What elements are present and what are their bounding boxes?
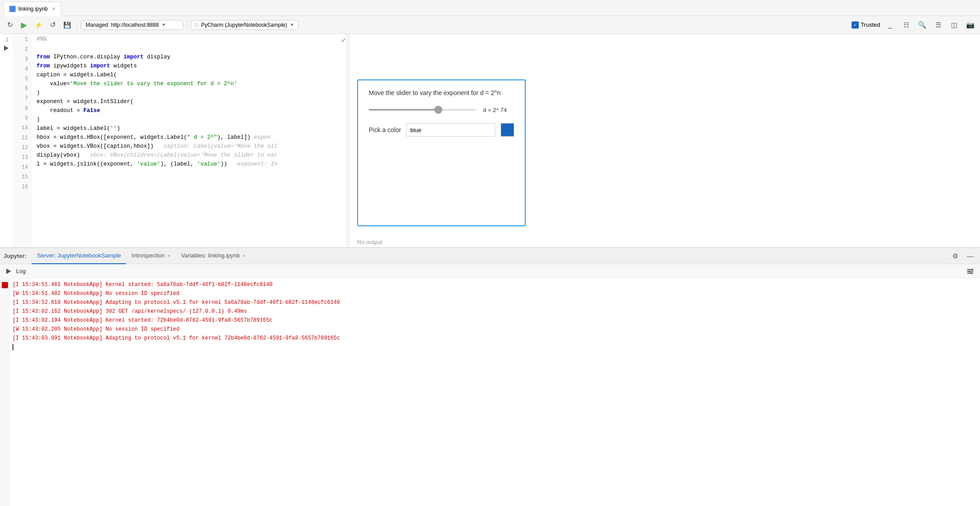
log-settings-button[interactable]	[964, 265, 976, 278]
code-line-13: vbox = widgets.VBox([caption,hbox]) capt…	[37, 142, 350, 151]
code-line-9: readout = False	[37, 106, 350, 115]
kernel-name-label: PyCharm (JupyterNotebookSample)	[201, 22, 287, 28]
code-line-11: label = widgets.Label('')	[37, 124, 350, 133]
kernel-selector[interactable]: PyCharm (JupyterNotebookSample) ▼	[191, 20, 298, 30]
line-numbers: 1 2 3 4 5 6 7 8 9 10 11 12 13 14 15 16	[12, 34, 31, 253]
slider-fill	[369, 109, 438, 111]
cell-run-button[interactable]	[4, 46, 8, 51]
editor-scrollbar[interactable]	[346, 34, 350, 253]
code-line-14: display(vbox) vbox: VBox(children=(Label…	[37, 151, 350, 160]
play-icon	[5, 268, 12, 274]
kernel-status-dot	[195, 23, 198, 27]
widget-caption: Move the slider to vary the exponent for…	[369, 89, 514, 96]
svg-rect-5	[969, 270, 970, 272]
log-cursor-line	[12, 343, 975, 352]
svg-rect-6	[971, 272, 972, 274]
log-line-3: [I 15:34:52.610 NotebookApp] Adapting to…	[12, 298, 975, 307]
restart-button[interactable]: ↻	[4, 19, 16, 31]
bottom-settings-button[interactable]: ⚙	[949, 250, 961, 262]
code-line-15: l = widgets.jslink((exponent, 'value'), …	[37, 160, 350, 169]
code-line-5: caption = widgets.Label(	[37, 71, 350, 79]
split-button[interactable]: ◫	[948, 19, 960, 31]
bottom-tabs: Jupyter: Server: JupyterNotebookSample I…	[0, 248, 980, 264]
interrupt-button[interactable]: ⚡	[32, 19, 45, 31]
line-num-7: 7	[12, 94, 28, 104]
slider-row: d = 2^ 74	[369, 105, 514, 114]
line-num-5: 5	[12, 74, 28, 84]
slider-thumb[interactable]	[434, 106, 442, 114]
color-swatch[interactable]	[501, 123, 514, 137]
structure-button[interactable]: ☷	[900, 19, 912, 31]
managed-server-label: Managed: http://localhost:8888	[86, 22, 159, 28]
tab-label: linking.ipynb	[18, 6, 48, 12]
tab-bar: linking.ipynb ×	[0, 0, 980, 16]
image-button[interactable]: 📷	[964, 19, 976, 31]
svg-rect-4	[972, 269, 973, 270]
color-row: Pick a color	[369, 123, 514, 137]
kernel-dropdown-arrow: ▼	[290, 22, 294, 27]
slider-container[interactable]	[369, 105, 476, 114]
line-num-8: 8	[12, 104, 28, 113]
log-content[interactable]: [I 15:34:51.461 NotebookApp] Kernel star…	[0, 278, 980, 506]
run-button-col: 1	[0, 34, 12, 253]
reload-button[interactable]: ↺	[46, 19, 59, 31]
line-num-6: 6	[12, 84, 28, 94]
log-label: Log	[16, 268, 26, 274]
file-tab[interactable]: linking.ipynb ×	[4, 2, 61, 16]
color-input[interactable]	[406, 123, 495, 137]
code-line-6: value='Move the slider to vary the expon…	[37, 79, 350, 88]
main-area: 1 1 2 3 4 5 6 7 8 9 10 11 12 13 14 15 16	[0, 34, 980, 253]
bottom-panel: Jupyter: Server: JupyterNotebookSample I…	[0, 247, 980, 506]
separator-2	[187, 21, 187, 29]
line-num-2: 2	[12, 45, 28, 54]
separator-1	[77, 21, 77, 29]
cell-number: 1	[6, 37, 9, 43]
tab-server-label: Server: JupyterNotebookSample	[37, 252, 121, 259]
log-run-button[interactable]	[4, 266, 13, 276]
search-button[interactable]: 🔍	[916, 19, 928, 31]
log-line-7: [I 15:43:03.091 NotebookApp] Adapting to…	[12, 334, 975, 343]
line-num-15: 15	[12, 172, 28, 182]
line-num-1: 1	[12, 35, 28, 45]
menu-button[interactable]: ☰	[932, 19, 944, 31]
notebook-editor: 1 1 2 3 4 5 6 7 8 9 10 11 12 13 14 15 16	[0, 34, 350, 253]
log-toolbar: Log	[0, 264, 980, 278]
cell-check-icon: ✓	[341, 36, 346, 46]
tab-server[interactable]: Server: JupyterNotebookSample	[32, 248, 126, 264]
run-button[interactable]: ▶	[18, 19, 30, 31]
cell-settings-button[interactable]: ⎯	[884, 19, 896, 31]
tab-variables-close[interactable]: ×	[243, 253, 245, 258]
line-num-14: 14	[12, 162, 28, 172]
line-num-16: 16	[12, 182, 28, 192]
managed-dropdown-arrow: ▼	[161, 22, 166, 27]
save-button[interactable]: 💾	[61, 19, 73, 31]
line-num-13: 13	[12, 153, 28, 162]
color-picker-label: Pick a color	[369, 126, 401, 133]
tab-introspection[interactable]: Introspection ×	[126, 248, 176, 264]
log-line-2: [W 15:34:51.482 NotebookApp] No session …	[12, 289, 975, 298]
stop-button[interactable]	[2, 282, 8, 288]
cell-area: 1 1 2 3 4 5 6 7 8 9 10 11 12 13 14 15 16	[0, 34, 350, 253]
slider-value-label: d = 2^ 74	[483, 107, 514, 113]
code-line-8: exponent = widgets.IntSlider(	[37, 97, 350, 106]
notebook-icon	[9, 6, 16, 12]
jupyter-label: Jupyter:	[4, 253, 26, 259]
trusted-checkbox[interactable]: ✓	[852, 21, 859, 29]
svg-rect-3	[967, 273, 973, 274]
tab-introspection-close[interactable]: ×	[168, 253, 170, 258]
code-editor[interactable]: #%% from IPython.core.display import dis…	[31, 34, 350, 253]
code-line-12: hbox = widgets.HBox([exponent, widgets.L…	[37, 133, 350, 142]
log-line-6: [W 15:43:02.205 NotebookApp] No session …	[12, 325, 975, 334]
managed-server-selector[interactable]: Managed: http://localhost:8888 ▼	[81, 20, 183, 30]
cursor	[12, 344, 13, 350]
line-num-11: 11	[12, 133, 28, 143]
tab-variables[interactable]: Variables: linking.ipynb ×	[176, 248, 251, 264]
line-num-12: 12	[12, 143, 28, 153]
trusted-label: Trusted	[861, 21, 880, 28]
trusted-section: ✓ Trusted ⎯ ☷ 🔍 ☰ ◫ 📷	[852, 19, 976, 31]
trusted-checkbox-area[interactable]: ✓ Trusted	[852, 21, 880, 29]
tab-variables-label: Variables: linking.ipynb	[181, 252, 240, 259]
bottom-close-button[interactable]: —	[964, 250, 976, 262]
tab-close-icon[interactable]: ×	[52, 6, 55, 12]
log-toolbar-icons	[964, 265, 976, 278]
